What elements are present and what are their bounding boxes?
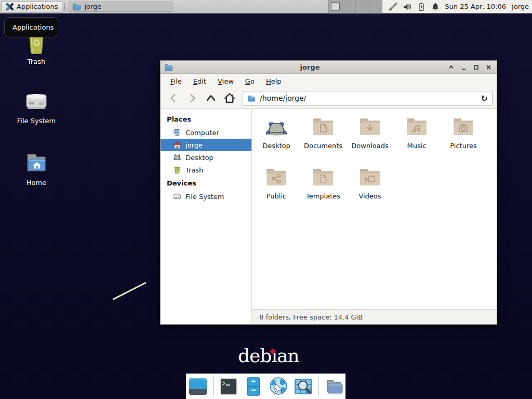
sidebar-item-label: Desktop (185, 154, 214, 162)
pictures-folder-icon (451, 115, 476, 140)
show-desktop-icon[interactable] (188, 377, 208, 396)
up-button[interactable] (202, 91, 219, 106)
file-label: Music (407, 142, 427, 150)
panel-separator (64, 3, 66, 11)
shade-button[interactable] (447, 63, 456, 72)
workspace-2[interactable] (342, 0, 355, 14)
drive-small-icon (173, 192, 181, 201)
application-finder-icon[interactable] (294, 377, 313, 396)
panel-tray-section: Sun 25 Apr, 10:06 jorge (382, 0, 532, 13)
panel-left-section: Applications jorge (0, 0, 328, 13)
reload-button[interactable]: ↻ (481, 94, 488, 103)
file-label: Public (267, 192, 286, 200)
file-item-templates[interactable]: Templates (300, 164, 347, 214)
sidebar: Places Computer (161, 109, 252, 324)
file-label: Downloads (351, 142, 388, 150)
window-content: Places Computer (161, 109, 497, 324)
desktop-special-icon (264, 115, 289, 140)
panel-clock[interactable]: Sun 25 Apr, 10:06 (445, 3, 506, 10)
window-titlebar[interactable]: jorge (161, 61, 497, 74)
sidebar-places-header: Places (161, 112, 251, 126)
file-manager-window: jorge File Edit View Go Help (160, 60, 497, 325)
path-bar[interactable]: /home/jorge/ ↻ (243, 91, 493, 106)
menu-view[interactable]: View (212, 75, 240, 87)
file-item-videos[interactable]: Videos (347, 164, 393, 214)
forward-button[interactable] (183, 91, 201, 106)
file-label: Pictures (450, 142, 476, 150)
dock-separator (318, 377, 319, 396)
sidebar-item-desktop[interactable]: Desktop (161, 151, 251, 164)
top-panel: Applications jorge (0, 0, 532, 14)
desktop-icon-label: Home (26, 179, 46, 187)
home-button[interactable] (221, 91, 238, 106)
home-icon (173, 141, 181, 149)
sidebar-item-label: File System (185, 193, 224, 201)
path-text: /home/jorge/ (260, 94, 306, 102)
workspace-1[interactable] (328, 0, 342, 14)
file-item-pictures[interactable]: Pictures (440, 113, 487, 164)
desktop-icon-label: Trash (28, 58, 45, 65)
sidebar-item-computer[interactable]: Computer (161, 126, 251, 139)
tablet-pen-tray-icon[interactable] (389, 2, 398, 11)
taskbar-window-button[interactable]: jorge (69, 2, 172, 12)
menu-help[interactable]: Help (260, 75, 287, 87)
terminal-icon[interactable] (219, 377, 238, 396)
file-item-downloads[interactable]: Downloads (347, 113, 393, 164)
applications-menu-button[interactable]: Applications (1, 1, 62, 12)
debian-logo-text: debıan (238, 345, 299, 366)
applications-tooltip-text: Applications (12, 23, 54, 31)
menu-file[interactable]: File (165, 75, 188, 87)
file-label: Templates (306, 192, 340, 200)
templates-folder-icon (311, 165, 336, 190)
xfce-menu-icon (6, 3, 14, 11)
battery-tray-icon[interactable] (417, 2, 426, 11)
file-label: Desktop (262, 142, 290, 150)
music-folder-icon (404, 115, 429, 140)
documents-folder-icon (311, 115, 336, 140)
hard-drive-icon (24, 88, 49, 113)
menu-bar: File Edit View Go Help (161, 74, 497, 88)
window-folder-icon[interactable] (164, 63, 173, 72)
sidebar-item-label: jorge (185, 141, 203, 149)
status-text: 8 folders, Free space: 14.4 GiB (259, 313, 363, 321)
desktop-icon-home[interactable]: Home (9, 150, 63, 187)
sidebar-item-trash[interactable]: Trash (161, 164, 251, 176)
desktop-icon-file-system[interactable]: File System (9, 88, 63, 125)
panel-username[interactable]: jorge (512, 3, 529, 10)
sidebar-item-file-system[interactable]: File System (161, 190, 251, 203)
notification-bell-tray-icon[interactable] (431, 2, 440, 11)
downloads-folder-icon (357, 115, 382, 140)
sidebar-item-jorge[interactable]: jorge (161, 139, 251, 151)
file-item-public[interactable]: Public (253, 164, 300, 214)
status-bar: 8 folders, Free space: 14.4 GiB (252, 309, 497, 324)
web-browser-icon[interactable] (269, 377, 288, 396)
minimize-button[interactable] (459, 63, 468, 72)
workspace-3[interactable] (355, 0, 369, 14)
directory-menu-icon[interactable] (324, 377, 344, 396)
workspace-switcher (328, 0, 382, 14)
dock-panel (186, 374, 345, 399)
file-item-music[interactable]: Music (393, 113, 440, 164)
videos-folder-icon (357, 165, 382, 190)
applications-menu-label: Applications (17, 3, 58, 10)
desktop-stray-line (112, 282, 147, 300)
sidebar-item-label: Trash (185, 166, 203, 174)
debian-logo: debıan (238, 344, 299, 368)
workspace-4[interactable] (369, 0, 382, 14)
menu-edit[interactable]: Edit (188, 75, 212, 87)
desktop-icon-label: File System (17, 117, 56, 125)
sidebar-item-label: Computer (185, 129, 219, 137)
file-item-desktop[interactable]: Desktop (253, 113, 300, 164)
file-label: Videos (358, 192, 381, 200)
menu-go[interactable]: Go (240, 75, 260, 87)
close-button[interactable] (484, 63, 493, 72)
volume-tray-icon[interactable] (403, 2, 412, 11)
file-grid: Desktop Documents (252, 109, 497, 309)
back-button[interactable] (165, 91, 182, 106)
file-item-documents[interactable]: Documents (300, 113, 347, 164)
file-manager-icon[interactable] (244, 377, 263, 396)
dock-separator (213, 377, 214, 396)
maximize-button[interactable] (472, 63, 481, 72)
svg-text:♻: ♻ (32, 37, 41, 48)
taskbar-folder-icon (73, 3, 81, 11)
